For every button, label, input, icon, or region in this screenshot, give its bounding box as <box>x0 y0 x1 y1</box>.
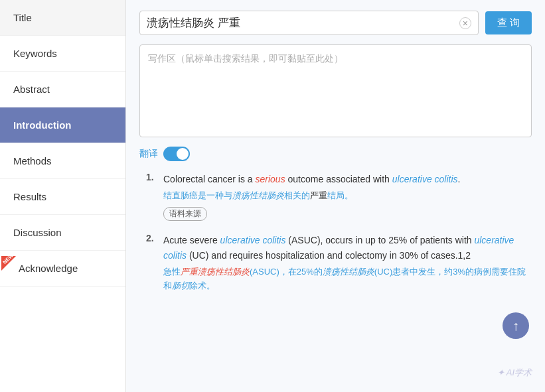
result-item: 1. Colorectal cancer is a serious outcom… <box>139 172 532 221</box>
result-number: 1. <box>146 172 158 221</box>
results-list: 1. Colorectal cancer is a serious outcom… <box>139 172 532 297</box>
italic-uc-3: ulcerative colitis <box>163 235 514 260</box>
writing-area-placeholder: 写作区（鼠标单击搜索结果，即可黏贴至此处） <box>148 53 343 64</box>
main-content: 溃疡性结肠炎 严重 × 查 询 写作区（鼠标单击搜索结果，即可黏贴至此处） 翻译… <box>126 0 545 392</box>
sidebar-item-label: Introduction <box>13 119 71 131</box>
result-english: Acute severe ulcerative colitis (ASUC), … <box>163 233 532 263</box>
search-input-wrap: 溃疡性结肠炎 严重 × <box>139 11 479 35</box>
sidebar-item-title[interactable]: Title <box>0 0 125 36</box>
source-tag[interactable]: 语料来源 <box>163 207 207 221</box>
sidebar-item-keywords[interactable]: Keywords <box>0 36 125 72</box>
cn-italic-colitis: 溃疡性结肠炎 <box>232 190 284 200</box>
result-english: Colorectal cancer is a serious outcome a… <box>163 172 532 186</box>
italic-ulcerative-colitis-1: ulcerative colitis <box>392 174 458 184</box>
search-clear-button[interactable]: × <box>459 17 471 29</box>
sidebar-item-label: Title <box>13 12 32 23</box>
sidebar-item-methods[interactable]: Methods <box>0 143 125 179</box>
sidebar-item-results[interactable]: Results <box>0 179 125 215</box>
scroll-to-top-button[interactable]: ↑ <box>503 312 529 339</box>
watermark-text: ✦ AI学术 <box>497 367 532 377</box>
cn-severe: 严重 <box>310 190 327 200</box>
cn-colectomy: 肠切 <box>172 281 189 291</box>
scroll-top-icon: ↑ <box>512 318 519 334</box>
sidebar-item-label: Methods <box>13 155 52 166</box>
search-query-text: 溃疡性结肠炎 严重 <box>147 15 459 31</box>
cn-italic-severe-colitis: 严重溃疡性结肠炎 <box>181 267 250 277</box>
sidebar-item-label: Results <box>13 191 46 202</box>
result-number: 2. <box>146 233 158 296</box>
watermark: ✦ AI学术 <box>497 367 532 379</box>
translate-toggle[interactable] <box>163 147 190 161</box>
sidebar-item-label: Keywords <box>13 48 57 59</box>
cn-italic-colitis-2: 溃疡性结肠炎 <box>323 267 374 277</box>
translate-row: 翻译 <box>139 147 532 161</box>
search-bar: 溃疡性结肠炎 严重 × 查 询 <box>139 11 532 35</box>
sidebar-item-label: Discussion <box>13 227 62 238</box>
result-content[interactable]: Acute severe ulcerative colitis (ASUC), … <box>163 233 532 296</box>
result-content[interactable]: Colorectal cancer is a serious outcome a… <box>163 172 532 221</box>
result-chinese: 急性严重溃疡性结肠炎(ASUC)，在25%的溃疡性结肠炎(UC)患者中发生，约3… <box>163 265 532 293</box>
sidebar-item-abstract[interactable]: Abstract <box>0 72 125 107</box>
result-item: 2. Acute severe ulcerative colitis (ASUC… <box>139 233 532 296</box>
writing-area[interactable]: 写作区（鼠标单击搜索结果，即可黏贴至此处） <box>139 44 532 137</box>
result-chinese: 结直肠癌是一种与溃疡性结肠炎相关的严重结局。 <box>163 189 532 203</box>
sidebar-item-label: Acknowledge <box>13 263 78 274</box>
italic-serious: serious <box>256 174 285 184</box>
sidebar-item-label: Abstract <box>13 84 50 95</box>
search-button[interactable]: 查 询 <box>485 11 532 34</box>
sidebar-item-introduction[interactable]: Introduction <box>0 107 125 143</box>
translate-label: 翻译 <box>139 148 158 160</box>
sidebar: Title Keywords Abstract Introduction Met… <box>0 0 126 392</box>
sidebar-item-discussion[interactable]: Discussion <box>0 215 125 251</box>
sidebar-item-acknowledge[interactable]: NEW Acknowledge <box>0 251 125 287</box>
italic-uc-2: ulcerative colitis <box>220 235 286 245</box>
